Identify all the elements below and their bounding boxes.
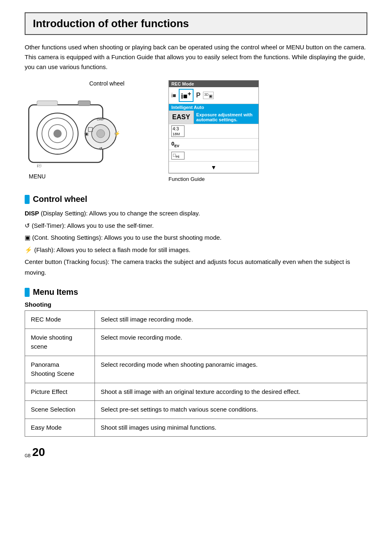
page-footer: GB 20 [25, 447, 367, 458]
language-label: GB [25, 454, 30, 458]
table-cell-desc: Select pre-set settings to match various… [95, 401, 367, 419]
fg-header: REC Mode [169, 81, 258, 87]
svg-rect-17 [37, 101, 58, 106]
fg-row-ratio: 4:318M [169, 124, 258, 139]
fg-ev-icon: 0EV [171, 141, 184, 148]
table-cell-desc: Select movie recording mode. [95, 329, 367, 356]
control-wheel-label: Control wheel [58, 80, 156, 87]
table-cell-desc: Select recording mode when shooting pano… [95, 356, 367, 383]
table-cell-name: Scene Selection [25, 401, 95, 419]
menu-items-section-title: Menu Items [25, 287, 367, 297]
fg-easy-desc: Exposure adjustment with automatic setti… [194, 111, 258, 124]
fg-row-hi: □Hi [169, 150, 258, 162]
table-cell-desc: Shoot a still image with an original tex… [95, 383, 367, 401]
fg-icon-p: P [196, 92, 201, 99]
svg-point-15 [97, 130, 105, 138]
table-cell-name: REC Mode [25, 311, 95, 329]
fg-ratio-icon: 4:318M [171, 125, 184, 137]
table-cell-desc: Shoot still images using minimal functio… [95, 419, 367, 437]
table-row: Picture EffectShoot a still image with a… [25, 383, 367, 401]
table-cell-name: Easy Mode [25, 419, 95, 437]
camera-svg-wrap: DISP ↺ ⚡ ▣ i☉ [25, 88, 156, 171]
table-row: Scene SelectionSelect pre-set settings t… [25, 401, 367, 419]
control-wheel-body: DISP (Display Setting): Allows you to ch… [25, 208, 367, 278]
function-guide-panel: REC Mode i■ i■+ P 3D▣ Intelligent Auto E… [168, 80, 259, 174]
camera-body-svg: DISP ↺ ⚡ ▣ i☉ [25, 88, 148, 171]
fg-row-arrow: ▼ [169, 162, 258, 173]
fg-ia-label: Intelligent Auto [169, 104, 258, 111]
fg-icon-ia: i■ [171, 92, 176, 99]
diagram-area: Control wheel DISP [25, 80, 367, 182]
function-guide-container: REC Mode i■ i■+ P 3D▣ Intelligent Auto E… [168, 80, 259, 182]
cw-item-1: DISP (Display Setting): Allows you to ch… [25, 208, 367, 219]
menu-table: REC ModeSelect still image recording mod… [25, 310, 367, 437]
fg-down-arrow: ▼ [211, 164, 217, 171]
function-guide-label: Function Guide [168, 176, 205, 182]
svg-text:i☉: i☉ [37, 163, 42, 168]
control-wheel-section: Control wheel DISP (Display Setting): Al… [25, 194, 367, 278]
cw-item-3: ▣ (Cont. Shooting Settings): Allows you … [25, 232, 367, 243]
intro-text: Other functions used when shooting or pl… [25, 42, 367, 72]
table-cell-name: Panorama Shooting Scene [25, 356, 95, 383]
svg-point-4 [53, 130, 62, 138]
table-cell-name: Picture Effect [25, 383, 95, 401]
table-cell-desc: Select still image recording mode. [95, 311, 367, 329]
table-cell-name: Movie shooting scene [25, 329, 95, 356]
cw-item-2: ↺ (Self-Timer): Allows you to use the se… [25, 220, 367, 231]
table-row: Easy ModeShoot still images using minima… [25, 419, 367, 437]
table-row: REC ModeSelect still image recording mod… [25, 311, 367, 329]
svg-text:DISP: DISP [97, 118, 105, 121]
fg-icon-3d: 3D▣ [203, 92, 214, 99]
menu-label: MENU [29, 173, 156, 180]
svg-text:▣: ▣ [85, 132, 88, 136]
control-wheel-section-title: Control wheel [25, 194, 367, 204]
menu-items-section: Menu Items Shooting REC ModeSelect still… [25, 287, 367, 437]
shooting-section-label: Shooting [25, 301, 367, 308]
fg-row-ev: 0EV [169, 139, 258, 150]
fg-hi-icon: □Hi [171, 152, 184, 160]
svg-text:⚡: ⚡ [114, 130, 120, 137]
table-row: Movie shooting sceneSelect movie recordi… [25, 329, 367, 356]
page-number: 20 [32, 447, 45, 458]
page-header: Introduction of other functions [25, 12, 367, 35]
fg-easy-row: EASY Exposure adjustment with automatic … [169, 111, 258, 124]
cw-item-5: Center button (Tracking focus): The came… [25, 257, 367, 278]
fg-icons-row: i■ i■+ P 3D▣ [169, 87, 258, 104]
camera-diagram: Control wheel DISP [25, 80, 156, 180]
svg-text:↺: ↺ [99, 146, 102, 151]
page-title: Introduction of other functions [33, 17, 359, 30]
cw-item-4: ⚡ (Flash): Allows you to select a flash … [25, 245, 367, 255]
table-row: Panorama Shooting SceneSelect recording … [25, 356, 367, 383]
fg-easy-label: EASY [169, 111, 194, 124]
fg-icon-active: i■+ [179, 89, 194, 102]
svg-rect-16 [78, 101, 90, 106]
